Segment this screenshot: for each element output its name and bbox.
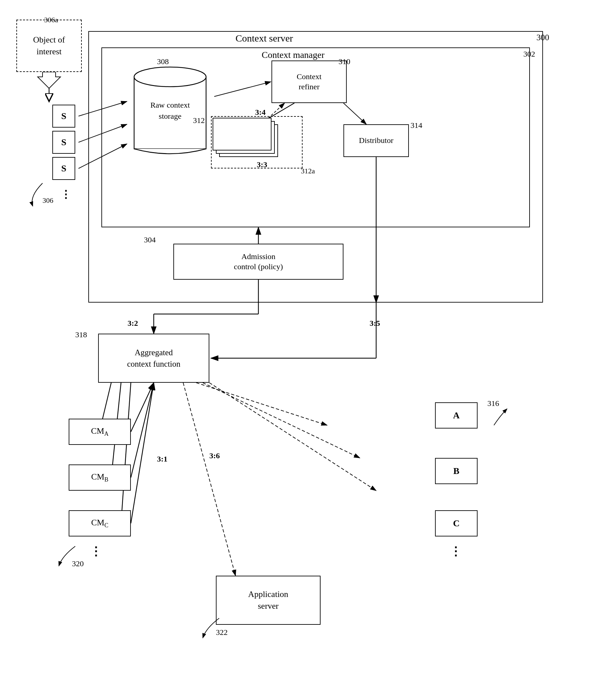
svg-line-20 [131, 383, 154, 477]
cm-dots: ⋮ [90, 545, 102, 558]
ref-320-arrow [52, 543, 92, 569]
diagram: Object ofinterest 306a S S S ⋮ 306 Conte… [0, 0, 594, 700]
context-manager-label: Context manager [262, 50, 325, 60]
admission-control-box: Admissioncontrol (policy) [173, 244, 343, 280]
client-c-box: C [435, 510, 477, 536]
arrow-34-label: 3:4 [255, 108, 266, 117]
svg-line-25 [121, 383, 131, 523]
object-of-interest-label: Object ofinterest [33, 34, 65, 58]
arrow-35-label: 3:5 [370, 319, 380, 328]
raw-context-storage-container: Raw contextstorage [128, 61, 212, 162]
client-c-label: C [453, 518, 460, 529]
svg-line-27 [196, 383, 327, 425]
sensor-s1-box: S [52, 105, 75, 128]
sensor-s2-label: S [61, 137, 66, 147]
ref-308-label: 308 [157, 57, 169, 66]
sensor-s3-box: S [52, 157, 75, 180]
distributor-label: Distributor [359, 135, 393, 145]
client-b-label: B [453, 466, 460, 476]
svg-marker-4 [38, 72, 61, 88]
cm-a-box: CMA [69, 419, 131, 445]
ref-302-label: 302 [523, 50, 535, 59]
client-b-box: B [435, 458, 477, 484]
aggregated-context-box: Aggregatedcontext function [98, 334, 209, 383]
arrow-36-label: 3:6 [209, 452, 220, 460]
client-a-label: A [453, 410, 460, 421]
context-server-label: Context server [235, 33, 293, 44]
ref-322-arrow [193, 615, 235, 641]
ref-316-arrow [474, 402, 514, 429]
ref-306a-label: 306a [44, 16, 58, 24]
svg-line-29 [209, 383, 376, 491]
distributor-box: Distributor [343, 124, 409, 157]
aggregated-context-label: Aggregatedcontext function [127, 347, 180, 370]
cm-a-label: CMA [91, 426, 108, 437]
context-refiner-box: Contextrefiner [271, 61, 347, 103]
svg-line-21 [131, 383, 154, 523]
client-dots: ⋮ [450, 545, 462, 558]
ref-312-label: 312 [193, 116, 205, 125]
cm-c-box: CMC [69, 510, 131, 536]
object-of-interest-box: Object ofinterest [16, 20, 82, 72]
arrow-32-label: 3:2 [128, 319, 138, 328]
application-server-label: Applicationserver [248, 589, 289, 612]
ref-304-label: 304 [144, 235, 156, 244]
admission-control-label: Admissioncontrol (policy) [234, 252, 283, 272]
svg-point-32 [134, 67, 206, 87]
ref-310-label: 310 [338, 57, 350, 66]
svg-line-28 [203, 383, 360, 458]
arrow-31-label: 3:1 [157, 455, 167, 464]
svg-line-19 [131, 383, 154, 432]
sensor-s1-label: S [61, 111, 66, 121]
sensor-s3-label: S [61, 163, 66, 174]
cm-b-label: CMB [91, 472, 108, 483]
ref-306-arrow [16, 180, 65, 212]
cm-b-box: CMB [69, 465, 131, 491]
ref-314-label: 314 [410, 121, 422, 130]
ref-318-label: 318 [75, 330, 87, 339]
ref-300-label: 300 [536, 33, 549, 42]
svg-line-26 [183, 383, 235, 576]
ref-312a-label: 312a [301, 167, 315, 175]
context-refiner-label: Contextrefiner [297, 72, 322, 92]
client-a-box: A [435, 402, 477, 429]
sensor-s2-box: S [52, 131, 75, 154]
arrow-33-label: 3:3 [257, 160, 267, 169]
cm-c-label: CMC [91, 518, 108, 529]
